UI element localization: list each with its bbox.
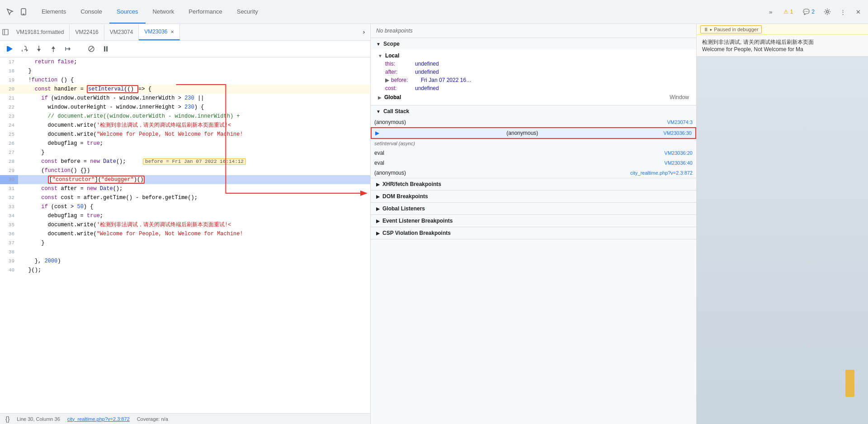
call-stack-header[interactable]: ▼ Call Stack <box>371 105 696 117</box>
code-line-30: 30 ["constructor"]("debugger")() <box>0 175 370 184</box>
source-panel: VM19181:formatted VM22416 VM23074 VM2303… <box>0 24 371 424</box>
code-line-22: 22 window.outerHeight - window.innerHeig… <box>0 103 370 112</box>
dom-arrow-icon: ▶ <box>376 194 380 199</box>
deactivate-breakpoints-btn[interactable] <box>85 43 98 55</box>
scope-section: ▼ Scope ▼ Local this: undefined after: u… <box>371 38 696 105</box>
paused-badge: ⏸ ▶ Paused in debugger <box>700 25 762 33</box>
local-label: Local <box>385 52 399 59</box>
local-header-row: ▼ Local <box>378 52 689 60</box>
close-devtools-icon[interactable]: ✕ <box>852 5 864 18</box>
coverage-label: Coverage: n/a <box>137 416 168 422</box>
paused-text: Paused in debugger <box>714 27 758 32</box>
xhr-breakpoints-section: ▶ XHR/fetch Breakpoints <box>371 178 696 191</box>
svg-line-17 <box>90 47 93 51</box>
right-panel: No breakpoints ▼ Scope ▼ Local this: und… <box>371 24 696 424</box>
resume-btn[interactable] <box>4 43 16 55</box>
preview-panel: ⏸ ▶ Paused in debugger 检测到非法调试, 请关闭调试终端后… <box>696 24 868 424</box>
dom-breakpoints-header[interactable]: ▶ DOM Breakpoints <box>371 191 696 202</box>
call-stack-header-label: Call Stack <box>383 108 409 114</box>
code-line-31: 31 const after = new Date(); <box>0 184 370 193</box>
scope-this: this: undefined <box>385 60 689 68</box>
svg-rect-3 <box>3 29 8 35</box>
step-out-btn[interactable] <box>47 43 60 55</box>
dom-label: DOM Breakpoints <box>382 193 428 200</box>
code-line-18: 18 } <box>0 67 370 76</box>
file-tabs: VM19181:formatted VM22416 VM23074 VM2303… <box>0 24 370 41</box>
warnings-badge[interactable]: ⚠ 1 <box>780 7 797 17</box>
code-line-39: 39 }, 2000) <box>0 257 370 266</box>
debug-toolbar <box>0 41 370 57</box>
main-area: VM19181:formatted VM22416 VM23074 VM2303… <box>0 24 868 424</box>
file-tab-vm23036[interactable]: VM23036 ✕ <box>139 24 179 40</box>
file-tab-vm19181[interactable]: VM19181:formatted <box>11 24 70 40</box>
svg-point-2 <box>826 11 829 13</box>
step-into-btn[interactable] <box>33 43 45 55</box>
callstack-async-label: setInterval (async) <box>371 139 696 148</box>
preview-notice-line2: Welcome for People, Not Welcome for Ma <box>702 46 863 52</box>
tab-console[interactable]: Console <box>73 0 109 24</box>
callstack-item-4[interactable]: (anonymous) city_realtime.php?v=2.3:872 <box>371 168 696 178</box>
file-tab-close-icon[interactable]: ✕ <box>170 29 174 34</box>
no-breakpoints-label: No breakpoints <box>371 24 696 38</box>
scope-header-label: Scope <box>383 41 400 47</box>
event-listener-header[interactable]: ▶ Event Listener Breakpoints <box>371 215 696 227</box>
code-line-37: 37 } <box>0 238 370 248</box>
scope-after: after: undefined <box>385 68 689 76</box>
code-area[interactable]: 17 return false; 18 } 19 !function () { <box>0 57 370 413</box>
file-tab-vm23074[interactable]: VM23074 <box>104 24 139 40</box>
settings-icon[interactable] <box>821 5 834 18</box>
code-line-28: 28 const before = new Date(); before = F… <box>0 157 370 166</box>
inspect-icon[interactable] <box>4 5 16 18</box>
pause-on-exceptions-btn[interactable] <box>99 43 112 55</box>
tab-sources[interactable]: Sources <box>109 0 146 24</box>
code-line-23: 23 // document.write((window.outerWidth … <box>0 112 370 121</box>
callstack-item-3[interactable]: eval VM23036:40 <box>371 158 696 168</box>
more-tabs-icon[interactable]: » <box>764 5 777 18</box>
device-icon[interactable] <box>17 5 30 18</box>
code-line-36: 36 document.write("Welcome for People, N… <box>0 229 370 238</box>
file-tab-label: VM23036 <box>144 29 167 35</box>
csp-violation-header[interactable]: ▶ CSP Violation Breakpoints <box>371 227 696 239</box>
msg-count: 2 <box>811 9 815 15</box>
tab-security[interactable]: Security <box>230 0 265 24</box>
callstack-item-0[interactable]: (anonymous) VM23074:3 <box>371 117 696 127</box>
code-line-19: 19 !function () { <box>0 76 370 85</box>
global-header-row: ▶ Global Window <box>378 92 689 101</box>
code-line-27: 27 } <box>0 148 370 157</box>
global-listeners-header[interactable]: ▶ Global Listeners <box>371 203 696 214</box>
file-tab-nav-icon[interactable]: › <box>358 24 370 40</box>
tab-elements[interactable]: Elements <box>34 0 73 24</box>
scope-local-items: this: undefined after: undefined ▶ befor… <box>385 60 689 92</box>
svg-marker-12 <box>52 46 55 49</box>
scope-arrow-icon: ▼ <box>376 42 381 47</box>
global-listeners-arrow-icon: ▶ <box>376 206 380 211</box>
preview-notice: 检测到非法调试, 请关闭调试终端后刷新本页面 Welcome for Peopl… <box>697 35 868 57</box>
tab-performance[interactable]: Performance <box>181 0 229 24</box>
global-val: Window <box>670 94 689 100</box>
xhr-arrow-icon: ▶ <box>376 182 380 187</box>
step-btn[interactable] <box>61 43 74 55</box>
tab-network[interactable]: Network <box>146 0 182 24</box>
preview-bar: ⏸ ▶ Paused in debugger <box>697 24 868 35</box>
file-tab-vm22416[interactable]: VM22416 <box>70 24 104 40</box>
callstack-item-1[interactable]: ▶ (anonymous) VM23036:30 <box>371 127 696 139</box>
curly-braces-icon: {} <box>5 415 9 423</box>
sidebar-toggle-icon[interactable] <box>0 26 11 38</box>
messages-badge[interactable]: 💬 2 <box>799 7 818 17</box>
step-over-btn[interactable] <box>18 43 31 55</box>
xhr-breakpoints-header[interactable]: ▶ XHR/fetch Breakpoints <box>371 178 696 190</box>
scope-header[interactable]: ▼ Scope <box>371 38 696 50</box>
csp-violation-section: ▶ CSP Violation Breakpoints <box>371 227 696 239</box>
local-arrow-icon: ▼ <box>378 53 382 58</box>
code-line-34: 34 debugflag = true; <box>0 211 370 220</box>
callstack-item-2[interactable]: eval VM23036:20 <box>371 148 696 158</box>
code-line-40: 40 }(); <box>0 266 370 275</box>
event-listener-label: Event Listener Breakpoints <box>382 218 453 224</box>
more-options-icon[interactable]: ⋮ <box>836 5 849 18</box>
active-frame-arrow: ▶ <box>375 130 379 136</box>
source-file-link[interactable]: city_realtime.php?v=2.3:872 <box>67 416 130 422</box>
scope-before-expand[interactable]: ▶ <box>385 77 389 83</box>
svg-marker-14 <box>69 47 71 51</box>
global-arrow-icon: ▶ <box>378 95 382 100</box>
call-stack-items: (anonymous) VM23074:3 ▶ (anonymous) VM23… <box>371 117 696 178</box>
